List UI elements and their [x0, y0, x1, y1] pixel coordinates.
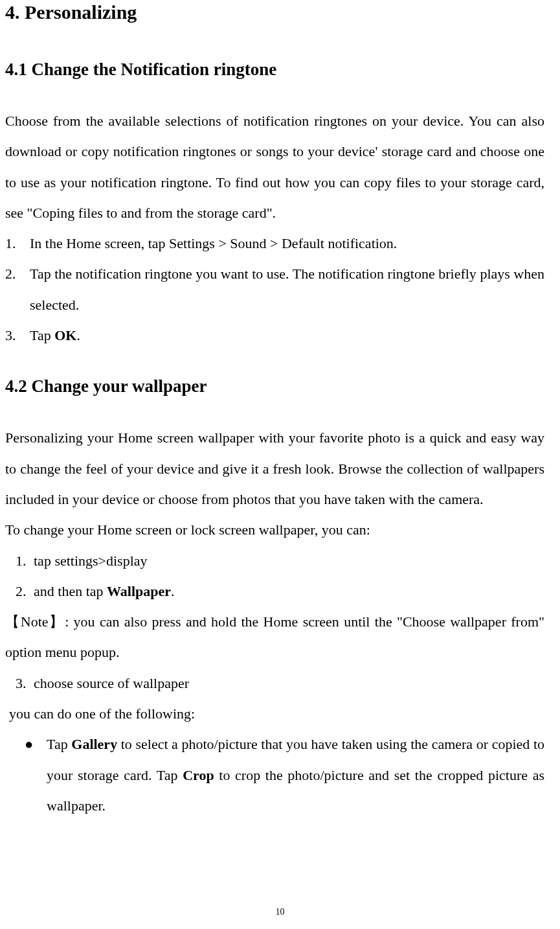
sub-intro: you can do one of the following:	[9, 698, 544, 729]
page-number: 10	[276, 907, 285, 917]
section-4-2-paragraph: Personalizing your Home screen wallpaper…	[5, 422, 544, 514]
list-number: 3.	[5, 320, 30, 350]
bullet-icon: ●	[5, 729, 32, 821]
list-text: In the Home screen, tap Settings > Sound…	[30, 228, 544, 258]
list-item: 1. tap settings>display	[5, 545, 544, 576]
list-item: 2. Tap the notification ringtone you wan…	[5, 258, 544, 320]
bullet-text: Tap Gallery to select a photo/picture th…	[32, 729, 544, 821]
list-text: and then tap Wallpaper.	[30, 576, 544, 606]
list-text: choose source of wallpaper	[30, 668, 544, 698]
list-item: 3. Tap OK.	[5, 320, 544, 350]
note: 【Note】: you can also press and hold the …	[5, 606, 544, 668]
bullet-item: ● Tap Gallery to select a photo/picture …	[5, 729, 544, 821]
list-number: 1.	[5, 228, 30, 258]
list-text: Tap OK.	[30, 320, 544, 350]
list-item: 1. In the Home screen, tap Settings > So…	[5, 228, 544, 258]
chapter-title: 4. Personalizing	[5, 1, 544, 23]
section-4-1-heading: 4.1 Change the Notification ringtone	[5, 60, 544, 80]
list-number: 2.	[5, 258, 30, 320]
section-4-2-heading: 4.2 Change your wallpaper	[5, 376, 544, 396]
section-4-1-paragraph: Choose from the available selections of …	[5, 106, 544, 228]
section-4-2-intro: To change your Home screen or lock scree…	[5, 514, 544, 545]
list-item: 2. and then tap Wallpaper.	[5, 576, 544, 606]
list-text: tap settings>display	[30, 545, 544, 576]
list-number: 2.	[5, 576, 30, 606]
list-number: 1.	[5, 545, 30, 576]
list-number: 3.	[5, 668, 30, 698]
list-item: 3. choose source of wallpaper	[5, 668, 544, 698]
list-text: Tap the notification ringtone you want t…	[30, 258, 544, 320]
